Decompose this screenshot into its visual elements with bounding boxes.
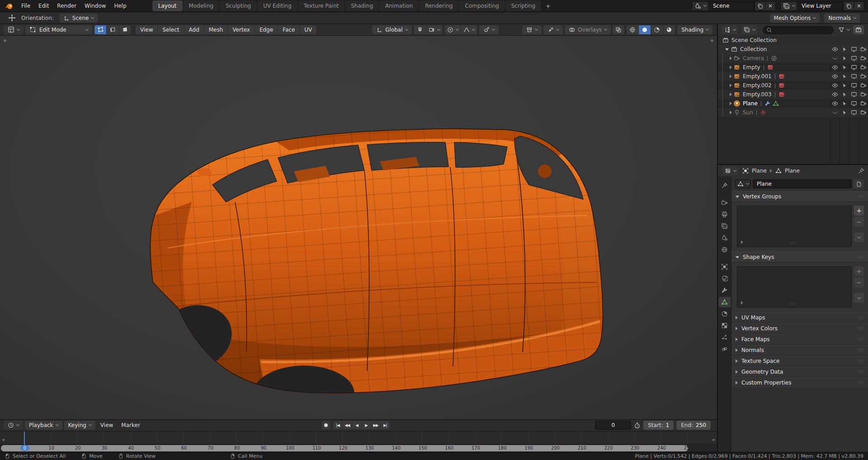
jump-to-end-button[interactable]: ▶| <box>381 421 390 429</box>
add-vertex-group-button[interactable]: + <box>854 206 864 216</box>
disable-viewport-icon[interactable] <box>849 72 859 81</box>
view-layer-new-button[interactable] <box>843 2 854 10</box>
panel-grip-icon[interactable]: ∷∷ <box>858 348 864 352</box>
outliner-row-sun[interactable]: Sun <box>718 108 868 117</box>
disable-viewport-icon[interactable] <box>849 108 859 117</box>
properties-editor-type-dropdown[interactable] <box>722 166 738 175</box>
snap-toggle-button[interactable] <box>414 25 426 34</box>
outliner-search-input[interactable] <box>763 26 834 34</box>
hide-viewport-icon[interactable] <box>830 54 840 63</box>
panel-header-custom-properties[interactable]: Custom Properties∷∷ <box>731 377 868 388</box>
wireframe-shading-button[interactable] <box>627 25 638 34</box>
remove-vertex-group-button[interactable]: − <box>854 217 864 227</box>
panel-grip-icon[interactable]: ∷∷ <box>858 359 864 363</box>
outliner-row-empty[interactable]: Empty <box>718 63 868 72</box>
tab-texture[interactable] <box>719 320 731 331</box>
tab-output[interactable] <box>719 209 731 220</box>
move-tool-icon[interactable] <box>8 14 16 22</box>
tab-world[interactable] <box>719 244 731 255</box>
current-frame-field[interactable]: 0 <box>595 421 631 430</box>
panel-header-vertex-colors[interactable]: Vertex Colors∷∷ <box>731 323 868 334</box>
tab-compositing[interactable]: Compositing <box>459 0 505 11</box>
current-frame-chip[interactable]: 0 <box>20 445 29 451</box>
menu-vertex[interactable]: Vertex <box>228 25 255 34</box>
outliner-row-scene-collection[interactable]: Scene Collection <box>718 36 868 45</box>
selectable-icon[interactable] <box>840 54 849 63</box>
outliner-row-plane[interactable]: ▼ Plane <box>718 99 868 108</box>
tab-view-layer[interactable] <box>719 221 731 231</box>
hide-viewport-icon[interactable] <box>830 90 840 99</box>
tab-object[interactable] <box>719 262 731 272</box>
hide-viewport-icon[interactable] <box>830 99 840 108</box>
selectable-icon[interactable] <box>840 81 849 90</box>
timeline-left-expand-icon[interactable]: + <box>1 437 5 443</box>
outliner-row-empty-002[interactable]: Empty.002 <box>718 81 868 90</box>
toolbar-region-toggle-icon[interactable] <box>2 38 8 43</box>
prev-keyframe-button[interactable]: ◀◀ <box>343 421 352 429</box>
tab-tool[interactable] <box>719 180 731 191</box>
tab-scene[interactable] <box>719 233 731 243</box>
panel-grip-icon[interactable]: ∷∷ <box>858 315 864 320</box>
disable-viewport-icon[interactable] <box>849 63 859 72</box>
menu-select[interactable]: Select <box>158 25 184 34</box>
tab-sculpting[interactable]: Sculpting <box>220 0 257 11</box>
disable-render-icon[interactable] <box>859 72 868 81</box>
disable-render-icon[interactable] <box>859 63 868 72</box>
tab-scripting[interactable]: Scripting <box>505 0 541 11</box>
tab-modifiers[interactable] <box>719 285 731 296</box>
tab-material[interactable] <box>719 309 731 319</box>
timeline-marker-menu[interactable]: Marker <box>117 420 144 430</box>
tab-rendering[interactable]: Rendering <box>419 0 458 11</box>
panel-header-texture-space[interactable]: Texture Space∷∷ <box>731 356 868 366</box>
view-layer-remove-button[interactable] <box>854 2 864 10</box>
material-shading-button[interactable] <box>651 25 663 34</box>
hide-viewport-icon[interactable] <box>830 81 840 90</box>
timeline-right-expand-icon[interactable]: + <box>712 437 716 443</box>
auto-keyframe-button[interactable] <box>322 421 330 429</box>
add-workspace-button[interactable]: + <box>542 1 555 11</box>
new-collection-button[interactable] <box>853 25 864 34</box>
solid-shading-button[interactable] <box>639 25 651 34</box>
tab-particles[interactable] <box>719 332 731 343</box>
rendered-shading-button[interactable] <box>663 25 675 34</box>
next-keyframe-button[interactable]: ▶▶ <box>371 421 380 429</box>
snap-target-dropdown[interactable] <box>426 25 442 34</box>
menu-uv[interactable]: UV <box>300 25 316 34</box>
normals-dropdown[interactable]: Normals <box>824 14 860 23</box>
pivot-point-dropdown[interactable] <box>479 25 499 34</box>
disable-viewport-icon[interactable] <box>849 99 859 108</box>
disable-render-icon[interactable] <box>859 99 868 108</box>
disable-viewport-icon[interactable] <box>849 45 859 54</box>
remove-shape-key-button[interactable]: − <box>854 277 864 287</box>
disable-viewport-icon[interactable] <box>849 90 859 99</box>
menu-face[interactable]: Face <box>278 25 299 34</box>
scene-browse-button[interactable] <box>692 2 708 10</box>
breadcrumb-data[interactable]: Plane <box>785 168 800 174</box>
breadcrumb-object[interactable]: Plane <box>752 168 767 174</box>
panel-grip-icon[interactable]: ∷∷ <box>858 337 864 342</box>
panel-header-normals[interactable]: Normals∷∷ <box>731 345 868 356</box>
panel-grip-icon[interactable]: ∷∷ <box>858 370 864 374</box>
outliner-display-mode-dropdown[interactable] <box>741 25 757 34</box>
vertex-select-button[interactable] <box>94 25 106 34</box>
disable-render-icon[interactable] <box>859 81 868 90</box>
play-button[interactable]: ▶ <box>362 421 371 429</box>
menu-add[interactable]: Add <box>184 25 204 34</box>
disable-viewport-icon[interactable] <box>849 81 859 90</box>
panel-header-shape-keys[interactable]: Shape Keys ∷∷ <box>731 252 868 263</box>
pin-icon[interactable] <box>858 168 864 174</box>
timeline-tracks[interactable]: + + <box>0 432 717 445</box>
proportional-edit-button[interactable] <box>445 25 461 34</box>
tab-uv-editing[interactable]: UV Editing <box>257 0 297 11</box>
panel-grip-icon[interactable]: ∷∷ <box>858 255 864 259</box>
disable-render-icon[interactable] <box>859 90 868 99</box>
panel-header-geometry-data[interactable]: Geometry Data∷∷ <box>731 366 868 377</box>
view-layer-browse-button[interactable] <box>781 2 797 10</box>
menu-mesh[interactable]: Mesh <box>204 25 228 34</box>
viewport-canvas[interactable] <box>0 36 717 419</box>
start-frame-field[interactable]: Start:1 <box>643 421 674 430</box>
disable-render-icon[interactable] <box>859 54 868 63</box>
outliner-row-collection[interactable]: Collection <box>718 45 868 54</box>
stopwatch-icon[interactable] <box>634 422 641 429</box>
timeline-editor-type-dropdown[interactable] <box>4 421 23 430</box>
